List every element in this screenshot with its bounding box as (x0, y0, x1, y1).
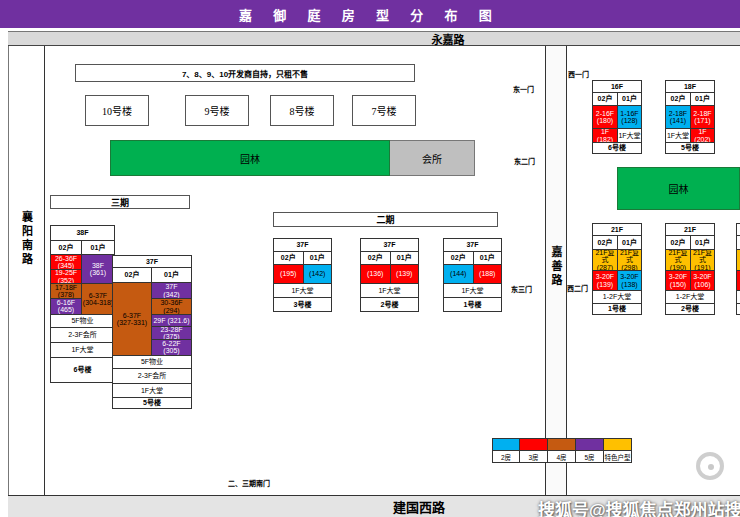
building-label: 5号楼 (113, 398, 191, 408)
unit-col-01-label: 01户 (690, 236, 714, 249)
legend-swatch-special (604, 438, 632, 450)
gate-east-1: 东一门 (513, 84, 534, 94)
clubhouse: 会所 (390, 140, 475, 176)
unit-cell: 21F复式(287) (593, 250, 617, 270)
unit-col-02-label: 02户 (361, 252, 390, 264)
floors-label: 16F (593, 81, 641, 93)
unit-cell: 29F (321.6) (152, 315, 191, 327)
lobby-label: 1F大堂 (361, 284, 418, 298)
sohu-watermark-text: 搜狐号@搜狐焦点郑州站搜 (538, 496, 740, 517)
unit-cell: 17-18F(378) (51, 284, 81, 299)
unit-col-02-label: 02户 (666, 93, 690, 105)
road-west-label: 襄阳南路 (19, 211, 35, 495)
lobby-label: 1-2F大堂 (593, 291, 641, 304)
phase3-tower-5: 37F 02户 01户 6-37F(327-331) 37F(342) 30-3… (112, 255, 192, 409)
unit-cell: 2-18F(171) (690, 106, 714, 128)
unit-col-02-label: 02户 (444, 252, 473, 264)
phase2-building-3: 37F 02户 01户 (195) (142) 1F大堂 3号楼 (273, 238, 332, 312)
rental-notice: 7、8、9、10开发商自持，只租不售 (75, 64, 415, 82)
unit-col-01-label: 01户 (151, 268, 191, 282)
unit-cell: 38F(361) (82, 255, 114, 284)
unit-cell: 21F复式(191) (690, 250, 714, 270)
building-label: 6号楼 (593, 143, 641, 153)
building-9: 9号楼 (185, 95, 249, 126)
unit-cell: 3-20F(106) (690, 271, 714, 290)
road-west: 襄阳南路 (8, 46, 45, 495)
phase3-tower-6: 38F 02户 01户 26-36F(345) 19-25F(352) 17-1… (50, 225, 115, 383)
legend-label: 2房 (492, 450, 520, 463)
garden-west: 园林 (110, 140, 390, 176)
floors-label: 37F (113, 256, 191, 268)
building-label: 2号楼 (666, 304, 714, 314)
garden-east: 园林 (617, 167, 740, 210)
gate-west-1: 西一门 (568, 69, 589, 79)
unit-col-01-label: 01户 (617, 236, 641, 249)
unit-cell: (144) (444, 265, 473, 283)
unit-cell: 6-37F(327-331) (113, 283, 151, 355)
legend-swatch-5room (576, 438, 604, 450)
east-building-5: 18F 02户 01户 2-18F(141) 2-18F(171) 1F大堂 1… (665, 80, 715, 154)
floors-label: 37F (274, 239, 331, 252)
floors-label: 37F (361, 239, 418, 252)
floorplan-map: 嘉 御 庭 房 型 分 布 图 永嘉路 襄阳南路 嘉善路 建国西路 7、8、9、… (0, 0, 740, 517)
unit-cell: 2-18F(141) (666, 106, 690, 128)
service-floor: 5F物业 (113, 356, 191, 369)
unit-col-01-label: 01户 (390, 252, 419, 264)
building-8: 8号楼 (270, 95, 334, 126)
service-floor: 2-3F会所 (113, 369, 191, 384)
floors-label: 21F (593, 224, 641, 236)
unit-cell: 1-16F(128) (617, 106, 641, 128)
legend-swatch-4room (548, 438, 576, 450)
lobby-label: 1F大堂 (444, 284, 501, 298)
unit-cell: 6-22F(305) (152, 340, 191, 355)
unit-col-01-label: 01户 (473, 252, 502, 264)
phase2-building-2: 37F 02户 01户 (136) (139) 1F大堂 2号楼 (360, 238, 419, 312)
unit-cell: 1F (182) (593, 129, 617, 142)
unit-cell: 1F (202) (690, 129, 714, 142)
lobby-label: 1F大堂 (274, 284, 331, 298)
legend-swatch-2room (492, 438, 520, 450)
building-label: 1号楼 (444, 298, 501, 311)
unit-cell: 3-20F(138) (617, 271, 641, 290)
service-floor: 1F大堂 (51, 343, 114, 358)
legend-item: 5房 (576, 438, 604, 463)
road-north: 永嘉路 (8, 31, 740, 46)
unit-cell: (139) (390, 265, 419, 283)
legend-item: 特色户型 (604, 438, 632, 463)
sohu-focus-logo-watermark-icon (696, 452, 724, 480)
legend: 2房 3房 4房 5房 特色户型 (492, 438, 632, 463)
building-7: 7号楼 (352, 95, 416, 126)
gate-south-phase23: 二、三期南门 (228, 478, 270, 488)
phase3-label: 三期 (50, 195, 190, 209)
legend-swatch-3room (520, 438, 548, 450)
floors-label: 37F (444, 239, 501, 252)
legend-label: 3房 (520, 450, 548, 463)
east-building-partial (736, 223, 740, 315)
legend-item: 2房 (492, 438, 520, 463)
unit-cell: (195) (274, 265, 303, 283)
gate-east-3: 东三门 (511, 284, 532, 294)
unit-cell: 37F(342) (152, 283, 191, 299)
legend-label: 4房 (548, 450, 576, 463)
unit-col-02-label: 02户 (113, 268, 151, 282)
phase2-building-1: 37F 02户 01户 (144) (188) 1F大堂 1号楼 (443, 238, 502, 312)
unit-col-01-label: 01户 (303, 252, 332, 264)
unit-cell: (188) (473, 265, 502, 283)
unit-col-01-label: 01户 (81, 241, 114, 254)
unit-cell: 19-25F(352) (51, 270, 81, 284)
east-building-2: 21F 02户 01户 21F复式(190) 21F复式(191) 3-20F(… (665, 223, 715, 315)
east-building-6: 16F 02户 01户 2-16F(180) 1-16F(128) 1F (18… (592, 80, 642, 154)
lobby-label: 1-2F大堂 (666, 291, 714, 304)
floors-label: 21F (666, 224, 714, 236)
building-label: 5号楼 (666, 143, 714, 153)
building-label: 2号楼 (361, 298, 418, 311)
floors-label: 38F (51, 226, 114, 241)
unit-cell: 6-37F(304-318) (82, 284, 114, 314)
unit-cell: 26-36F(345) (51, 255, 81, 270)
unit-cell: (142) (303, 265, 332, 283)
building-label: 1号楼 (593, 304, 641, 314)
legend-item: 4房 (548, 438, 576, 463)
legend-label: 特色户型 (604, 450, 632, 463)
unit-cell: 6-16F(465) (51, 299, 81, 314)
building-label: 3号楼 (274, 298, 331, 311)
